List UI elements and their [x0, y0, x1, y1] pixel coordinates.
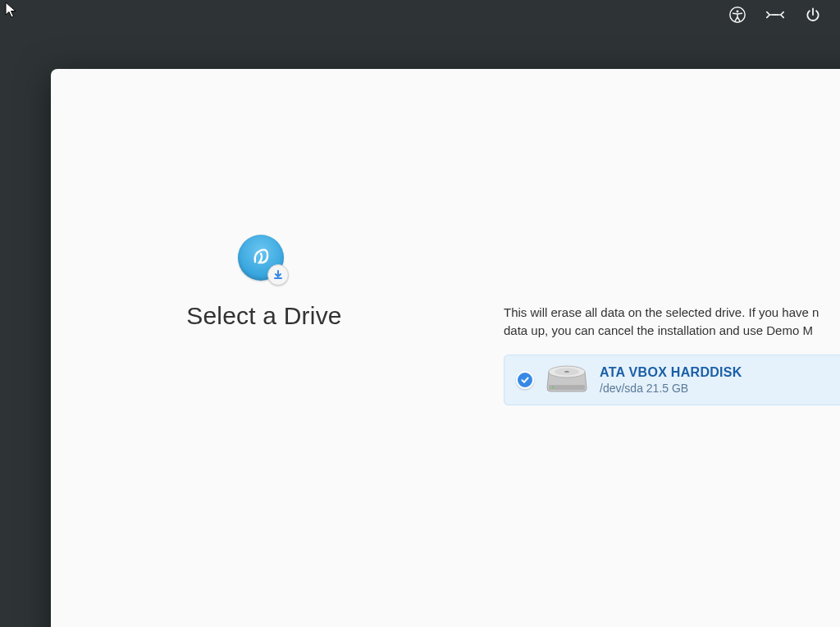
drive-name: ATA VBOX HARDDISK	[600, 365, 742, 380]
svg-rect-8	[549, 385, 585, 390]
warning-text: This will erase all data on the selected…	[504, 304, 840, 340]
desktop-top-bar	[728, 0, 840, 30]
page-title: Select a Drive	[186, 302, 342, 330]
selected-check-icon	[516, 371, 534, 389]
drive-path: /dev/sda 21.5 GB	[600, 382, 742, 395]
svg-point-4	[777, 14, 778, 16]
harddisk-icon	[546, 364, 588, 396]
warning-line-2: data up, you can cancel the installation…	[504, 323, 813, 337]
svg-point-1	[737, 10, 739, 12]
download-badge-icon	[267, 264, 289, 286]
svg-point-7	[564, 371, 569, 373]
installer-right-pane: This will erase all data on the selected…	[477, 69, 840, 627]
svg-point-3	[774, 14, 776, 16]
mouse-cursor	[5, 2, 20, 23]
warning-line-1: This will erase all data on the selected…	[504, 305, 819, 319]
installer-window: Select a Drive This will erase all data …	[51, 69, 840, 627]
power-icon[interactable]	[804, 6, 822, 24]
installer-left-pane: Select a Drive	[51, 69, 477, 627]
accessibility-icon[interactable]	[728, 6, 746, 24]
installer-brand-icon	[238, 235, 290, 287]
network-icon[interactable]	[766, 6, 784, 24]
drive-option[interactable]: ATA VBOX HARDDISK /dev/sda 21.5 GB	[504, 355, 840, 405]
svg-point-9	[552, 386, 554, 387]
svg-point-2	[772, 14, 774, 16]
drive-text: ATA VBOX HARDDISK /dev/sda 21.5 GB	[600, 365, 742, 395]
